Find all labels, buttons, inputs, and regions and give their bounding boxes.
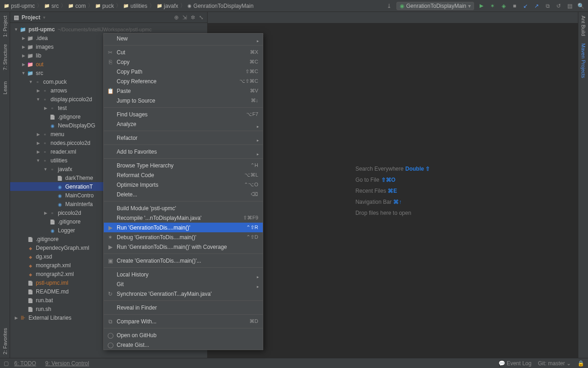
menu-item[interactable]: Recompile '...nToDisplayMain.java'⇧⌘F9 xyxy=(104,213,263,223)
breadcrumb-item[interactable]: 📁pstl-upmc xyxy=(4,3,35,9)
welcome-hint: Search Everywhere Double ⇧ xyxy=(356,165,430,172)
breadcrumb-item[interactable]: 〉📁src xyxy=(37,2,59,10)
menu-item[interactable]: Delete...⌫ xyxy=(104,190,263,199)
search-icon[interactable]: 🔍 xyxy=(577,2,584,10)
menu-item[interactable]: Refactor xyxy=(104,133,263,143)
menu-item[interactable]: Copy Path⇧⌘C xyxy=(104,67,263,76)
welcome-hint: Drop files here to open xyxy=(356,209,430,216)
status-bar: ▢ 6: TODO 9: Version Control 💬 Event Log… xyxy=(0,358,588,368)
menu-separator xyxy=(104,314,263,315)
status-lock-icon[interactable]: 🔒 xyxy=(577,360,584,367)
right-tool-strip: Ant Build Maven Projects xyxy=(578,12,588,358)
breadcrumbs[interactable]: 📁pstl-upmc〉📁src〉📁com〉📁puck〉📁utilities〉📁j… xyxy=(4,2,254,10)
tool-tab-structure[interactable]: 7: Structure xyxy=(1,40,9,74)
stop-button[interactable]: ■ xyxy=(511,2,518,10)
status-todo[interactable]: 6: TODO xyxy=(14,360,36,367)
tool-tab-learn[interactable]: Learn xyxy=(1,78,9,98)
tree-node[interactable]: ▼pstl-upmc~/Documents/IntelliJWorkspace/… xyxy=(10,25,207,34)
menu-item[interactable]: ◯Open on GitHub xyxy=(104,330,263,340)
vcs-commit-icon[interactable]: ↗ xyxy=(533,2,540,10)
breadcrumb-item[interactable]: 〉📁com xyxy=(61,2,86,10)
tool-tab-favorites[interactable]: 2: Favorites xyxy=(1,324,9,358)
run-config-label: GenrationToDisplayMain xyxy=(406,3,466,9)
status-window-icon[interactable]: ▢ xyxy=(4,360,9,367)
project-panel-title: Project xyxy=(22,14,40,21)
status-vcs[interactable]: 9: Version Control xyxy=(45,360,89,367)
menu-item[interactable]: ▶Run 'GenrationToDis....main()' with Cov… xyxy=(104,242,263,252)
menu-item[interactable]: 📋Paste⌘V xyxy=(104,86,263,96)
menu-separator xyxy=(104,300,263,301)
menu-item[interactable]: Build Module 'pstl-upmc' xyxy=(104,203,263,213)
tool-tab-project[interactable]: 1: Project xyxy=(1,12,9,40)
vcs-revert-icon[interactable]: ↺ xyxy=(555,2,562,10)
run-config-selector[interactable]: ◉ GenrationToDisplayMain ▾ xyxy=(396,2,474,10)
menu-item[interactable]: Optimize Imports⌃⌥O xyxy=(104,180,263,190)
menu-item[interactable]: Reveal in Finder xyxy=(104,303,263,312)
menu-separator xyxy=(104,45,263,46)
menu-item[interactable]: ↻Synchronize 'GenrationT...ayMain.java' xyxy=(104,289,263,299)
menu-item[interactable]: Add to Favorites xyxy=(104,147,263,156)
vcs-history-icon[interactable]: ⧉ xyxy=(544,2,551,10)
vcs-update-icon[interactable]: ↙ xyxy=(522,2,529,10)
menu-item[interactable]: ▣Create 'GenrationToDis....main()'... xyxy=(104,256,263,265)
debug-button[interactable] xyxy=(489,2,496,10)
menu-item[interactable]: New xyxy=(104,34,263,43)
menu-separator xyxy=(104,158,263,159)
menu-separator xyxy=(104,144,263,145)
menu-item[interactable]: ✂Cut⌘X xyxy=(104,47,263,57)
breadcrumb-item[interactable]: 〉📁puck xyxy=(88,2,114,10)
settings-icon[interactable]: ✲ xyxy=(191,14,195,21)
event-log[interactable]: 💬 Event Log xyxy=(498,360,531,367)
breadcrumb-item[interactable]: 〉📁utilities xyxy=(116,2,147,10)
menu-item[interactable]: Copy Reference⌥⇧⌘C xyxy=(104,76,263,86)
menu-item[interactable]: Analyze xyxy=(104,119,263,129)
menu-item[interactable]: Browse Type Hierarchy⌃H xyxy=(104,161,263,170)
menu-separator xyxy=(104,328,263,328)
menu-item[interactable]: Jump to Source⌘↓ xyxy=(104,96,263,105)
collapse-icon[interactable]: ⇲ xyxy=(182,14,187,21)
coverage-button[interactable]: ◈ xyxy=(500,2,507,10)
git-branch[interactable]: Git: master ⌄ xyxy=(538,360,571,367)
menu-separator xyxy=(104,253,263,254)
build-icon[interactable]: ⤓ xyxy=(385,2,393,10)
menu-item[interactable]: ◯Create Gist... xyxy=(104,340,263,350)
welcome-hint: Go to File ⇧⌘O xyxy=(356,176,430,183)
hide-icon[interactable]: ⤡ xyxy=(199,14,204,21)
menu-item[interactable]: ⧉Compare With...⌘D xyxy=(104,316,263,326)
locate-icon[interactable]: ⊕ xyxy=(174,14,179,21)
project-panel-header: ▤Project ▾ ⊕ ⇲ ✲ ⤡ xyxy=(10,12,207,23)
menu-separator xyxy=(104,201,263,201)
menu-separator xyxy=(104,267,263,268)
breadcrumb-item[interactable]: 〉📁javafx xyxy=(149,2,178,10)
welcome-hint: Navigation Bar ⌘↑ xyxy=(356,198,430,205)
project-panel-icon: ▤ xyxy=(14,14,19,21)
tool-tab-maven[interactable]: Maven Projects xyxy=(580,40,587,82)
menu-separator xyxy=(104,131,263,131)
menu-item[interactable]: ✶Debug 'GenrationToDis....main()'⌃⇧D xyxy=(104,232,263,242)
menu-item[interactable]: Find Usages⌥F7 xyxy=(104,109,263,119)
menu-item[interactable]: ⎘Copy⌘C xyxy=(104,57,263,67)
top-toolbar: 📁pstl-upmc〉📁src〉📁com〉📁puck〉📁utilities〉📁j… xyxy=(0,0,588,12)
project-structure-icon[interactable]: ▤ xyxy=(566,2,573,10)
run-button[interactable] xyxy=(478,2,485,10)
welcome-hint: Recent Files ⌘E xyxy=(356,187,430,194)
breadcrumb-item[interactable]: 〉◉GenrationToDisplayMain xyxy=(180,2,254,10)
tool-tab-ant[interactable]: Ant Build xyxy=(580,12,587,40)
context-menu[interactable]: New✂Cut⌘X⎘Copy⌘CCopy Path⇧⌘CCopy Referen… xyxy=(103,33,263,350)
menu-item[interactable]: ▶Run 'GenrationToDis....main()'⌃⇧R xyxy=(104,223,263,232)
left-tool-strip: 1: Project 7: Structure Learn 2: Favorit… xyxy=(0,12,10,358)
menu-separator xyxy=(104,107,263,108)
menu-item[interactable]: Git xyxy=(104,279,263,289)
menu-item[interactable]: Reformat Code⌥⌘L xyxy=(104,170,263,180)
menu-item[interactable]: Local History xyxy=(104,270,263,279)
